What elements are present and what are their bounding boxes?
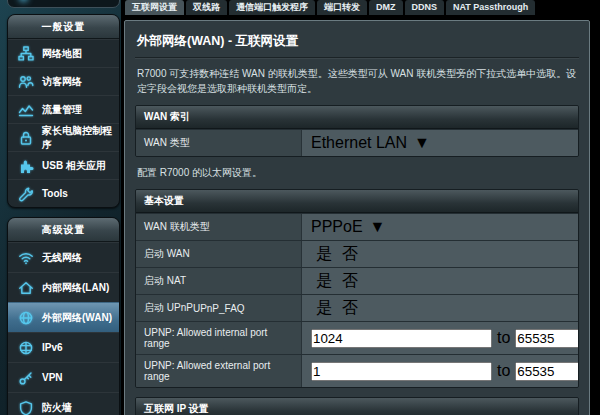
globe-icon [17,310,35,326]
sidebar-item-traffic-manager[interactable]: 流量管理 [8,95,119,123]
tab-bar: 互联网设置 双线路 通信端口触发程序 端口转发 DMZ DDNS NAT Pas… [121,0,600,15]
sidebar-item-wan[interactable]: 外部网络(WAN) [8,302,119,332]
no-label: 否 [342,244,358,265]
no-label: 否 [342,271,358,292]
shield-icon [17,400,35,415]
sidebar-group-advanced: 高级设置 无线网络 内部网络(LAN) 外部网络(WAN) IPv6 VPN [7,217,120,415]
sidebar-item-label: 外部网络(WAN) [42,311,112,325]
wan-connection-type-value: PPPoE [311,218,363,236]
enable-upnp-label: 启动 UPnP [144,301,193,315]
to-label: to [497,329,510,347]
yes-label: 是 [316,298,332,319]
enable-wan-label: 启动 WAN [136,241,302,267]
wan-index-header: WAN 索引 [136,106,578,129]
sidebar-item-label: IPv6 [42,342,63,353]
ethernet-note: 配置 R7000 的以太网设置。 [137,166,577,180]
sidebar-item-label: 无线网络 [42,251,82,265]
gridded-globe-icon [17,340,35,356]
page-description: R7000 可支持数种连结 WAN 的联机类型。这些类型可从 WAN 联机类型旁… [137,66,577,96]
row-enable-nat: 启动 NAT 是 否 [136,267,578,294]
tab-dmz[interactable]: DMZ [369,0,403,15]
internet-ip-header: 互联网 IP 设置 [136,398,578,415]
wan-connection-type-label: WAN 联机类型 [136,214,302,240]
sidebar-item-firewall[interactable]: 防火墙 [8,392,119,415]
wan-connection-type-dropdown[interactable]: PPPoE ▼ [311,218,385,236]
wan-type-label: WAN 类型 [136,130,302,156]
sidebar-item-lan[interactable]: 内部网络(LAN) [8,272,119,302]
puzzle-piece-icon [17,158,35,174]
yes-label: 是 [316,271,332,292]
sidebar-item-parental-controls[interactable]: 家长电脑控制程序 [8,123,119,151]
sidebar-item-vpn[interactable]: VPN [8,362,119,392]
padlock-icon [17,130,35,146]
tab-port-trigger[interactable]: 通信端口触发程序 [229,0,315,15]
tab-dual-wan[interactable]: 双线路 [186,0,227,15]
general-settings-header: 一般设置 [8,15,119,39]
sidebar-item-usb-apps[interactable]: USB 相关应用 [8,151,119,179]
advanced-settings-header: 高级设置 [8,218,119,242]
sidebar-group-general: 一般设置 网络地图 访客网络 流量管理 家长电脑控制程序 USB 相关应用 [7,14,120,208]
sidebar-item-tools[interactable]: Tools [8,179,119,207]
sidebar-item-label: USB 相关应用 [42,159,106,173]
sidebar-item-label: 网络地图 [42,47,82,61]
sidebar-item-ipv6[interactable]: IPv6 [8,332,119,362]
wan-type-value: Ethernet LAN [311,134,407,152]
traffic-chart-icon [17,102,35,118]
sidebar-item-label: 防火墙 [42,401,72,415]
tab-ddns[interactable]: DDNS [405,0,445,15]
wan-type-dropdown[interactable]: Ethernet LAN ▼ [311,134,430,152]
sidebar-item-label: VPN [42,372,63,383]
sidebar-item-label: 流量管理 [42,103,82,117]
to-label: to [497,362,510,380]
page-title: 外部网络(WAN) - 互联网设置 [135,29,579,58]
sidebar: 一般设置 网络地图 访客网络 流量管理 家长电脑控制程序 USB 相关应用 [7,14,120,415]
router-admin-page: 一般设置 网络地图 访客网络 流量管理 家长电脑控制程序 USB 相关应用 [0,0,600,415]
upnp-faq-link[interactable]: UPnP_FAQ [193,303,245,314]
basic-header: 基本设置 [136,190,578,213]
yes-label: 是 [316,244,332,265]
external-port-range-label: UPNP: Allowed external port range [136,355,302,387]
settings-panel: 外部网络(WAN) - 互联网设置 R7000 可支持数种连结 WAN 的联机类… [124,20,590,415]
sidebar-item-label: Tools [42,188,68,199]
no-label: 否 [342,298,358,319]
internal-port-range-label: UPNP: Allowed internal port range [136,322,302,354]
house-icon [17,280,35,296]
internal-port-from-input[interactable] [311,329,492,348]
enable-nat-label: 启动 NAT [136,268,302,294]
section-internet-ip: 互联网 IP 设置 自动取得远程网络地址 是 否 [135,397,579,415]
row-wan-type: WAN 类型 Ethernet LAN ▼ [136,129,578,156]
chevron-down-icon: ▼ [370,218,386,236]
tab-nat-passthrough[interactable]: NAT Passthrough [446,0,535,15]
section-basic: 基本设置 WAN 联机类型 PPPoE ▼ 启动 WAN 是 [135,189,579,388]
network-map-icon [17,46,35,62]
sidebar-item-label: 访客网络 [42,75,82,89]
guest-network-icon [17,74,35,90]
sidebar-item-label: 家长电脑控制程序 [42,124,119,152]
wifi-icon [17,250,35,266]
sidebar-item-network-map[interactable]: 网络地图 [8,39,119,67]
row-enable-wan: 启动 WAN 是 否 [136,240,578,267]
sidebar-item-label: 内部网络(LAN) [42,281,109,295]
key-icon [17,370,35,386]
main-content: 互联网设置 双线路 通信端口触发程序 端口转发 DMZ DDNS NAT Pas… [121,0,600,415]
external-port-to-input[interactable] [515,362,579,381]
quick-setup-button-partial[interactable] [7,0,120,8]
section-wan-index: WAN 索引 WAN 类型 Ethernet LAN ▼ [135,105,579,157]
chevron-down-icon: ▼ [414,134,430,152]
row-external-port-range: UPNP: Allowed external port range to [136,354,578,387]
internal-port-to-input[interactable] [515,329,579,348]
external-port-from-input[interactable] [311,362,492,381]
wrench-icon [17,186,35,202]
tab-internet-settings[interactable]: 互联网设置 [125,0,184,15]
sidebar-item-guest-network[interactable]: 访客网络 [8,67,119,95]
tab-port-forwarding[interactable]: 端口转发 [317,0,367,15]
row-wan-connection-type: WAN 联机类型 PPPoE ▼ [136,213,578,240]
row-internal-port-range: UPNP: Allowed internal port range to [136,321,578,354]
sidebar-item-wireless[interactable]: 无线网络 [8,242,119,272]
row-enable-upnp: 启动 UPnP UPnP_FAQ 是 否 [136,294,578,321]
